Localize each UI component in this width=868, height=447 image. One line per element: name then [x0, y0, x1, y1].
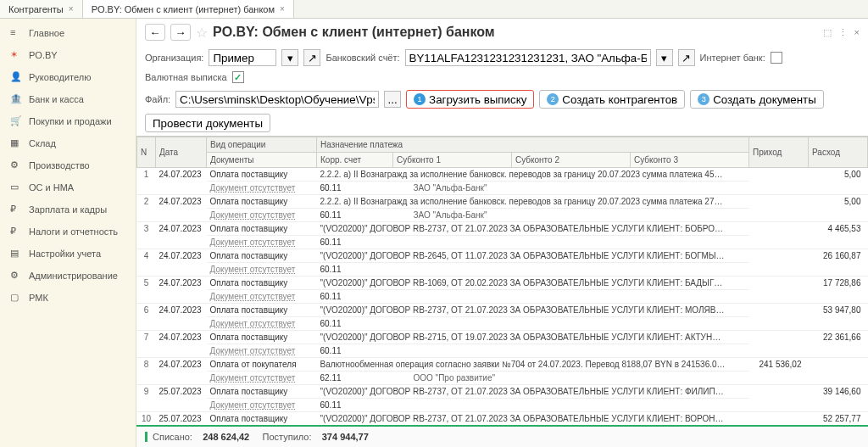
col-sub3[interactable]: Субконто 3 [630, 153, 748, 168]
cell-income [749, 304, 809, 331]
sidebar-item-12[interactable]: ▢РМК [0, 287, 136, 309]
sidebar-item-4[interactable]: 🛒Покупки и продажи [0, 110, 136, 132]
col-acct[interactable]: Корр. счет [317, 153, 393, 168]
close-icon[interactable]: × [69, 4, 74, 14]
org-select-button[interactable]: ▾ [281, 49, 298, 66]
cell-doc[interactable]: Документ отсутствует [207, 290, 317, 304]
col-n[interactable]: N [137, 137, 156, 168]
table-row[interactable]: 5 24.07.2023 Оплата поставщику "(VO20200… [137, 277, 868, 290]
cell-expense: 26 160,87 [809, 249, 868, 277]
bank-select-button[interactable]: ▾ [656, 49, 673, 66]
link-icon[interactable]: ⬚ [823, 27, 832, 38]
sidebar-item-9[interactable]: ₽Налоги и отчетность [0, 221, 136, 243]
step-1-icon: 1 [414, 93, 426, 105]
close-icon[interactable]: × [280, 4, 285, 14]
close-icon[interactable]: × [854, 27, 860, 37]
table-row[interactable]: 7 24.07.2023 Оплата поставщику "(VO20200… [137, 331, 868, 344]
col-docs[interactable]: Документы [207, 153, 317, 168]
col-op[interactable]: Вид операции [207, 137, 317, 153]
assets-icon: ▭ [10, 182, 22, 193]
cell-doc[interactable]: Документ отсутствует [207, 236, 317, 249]
table-row[interactable]: 8 24.07.2023 Оплата от покупателя Валютн… [137, 358, 868, 372]
back-button[interactable]: ← [145, 24, 165, 41]
star-icon: ✶ [10, 49, 22, 61]
cell-income [749, 385, 809, 412]
step-2-icon: 2 [547, 93, 559, 105]
cell-doc[interactable]: Документ отсутствует [207, 182, 317, 195]
cell-date: 25.07.2023 [156, 412, 207, 426]
table-row[interactable]: 10 25.07.2023 Оплата поставщику "(VO2020… [137, 412, 868, 426]
statement-table: N Дата Вид операции Назначение платежа П… [136, 136, 868, 425]
sidebar-item-1[interactable]: ✶PO.BY [0, 44, 136, 66]
table-row[interactable]: 4 24.07.2023 Оплата поставщику "(VO20200… [137, 249, 868, 263]
cell-doc[interactable]: Документ отсутствует [207, 399, 317, 412]
cell-op: Оплата поставщику [207, 249, 317, 263]
forward-button[interactable]: → [170, 24, 191, 41]
col-sub1[interactable]: Субконто 1 [393, 153, 512, 168]
button-label: Загрузить выписку [429, 93, 526, 106]
org-input[interactable] [209, 49, 276, 66]
cell-date: 24.07.2023 [156, 168, 207, 195]
cell-desc: "(VO20200)" ДОГОВОР RB-2715, ОТ 19.07.20… [317, 331, 749, 344]
table-row[interactable]: 1 24.07.2023 Оплата поставщику 2.2.2. а)… [137, 168, 868, 182]
col-date[interactable]: Дата [156, 137, 207, 168]
currency-label: Валютная выписка [145, 72, 227, 82]
sidebar-item-6[interactable]: ⚙Производство [0, 154, 136, 176]
currency-checkbox[interactable] [232, 71, 244, 83]
bank-open-button[interactable]: ↗ [678, 49, 695, 66]
button-label: Создать контрагентов [562, 93, 677, 106]
sidebar-item-7[interactable]: ▭ОС и НМА [0, 176, 136, 198]
col-income[interactable]: Приход [749, 137, 809, 168]
cell-acct: 60.11 [317, 344, 393, 358]
menu-icon: ≡ [10, 27, 22, 39]
table-row[interactable]: 2 24.07.2023 Оплата поставщику 2.2.2. а)… [137, 195, 868, 209]
cell-date: 24.07.2023 [156, 222, 207, 249]
sidebar-item-11[interactable]: ⚙Администрирование [0, 265, 136, 287]
cell-sub: ЗАО "Альфа-Банк" [393, 182, 749, 195]
footer-totals: Списано: 248 624,42 Поступило: 374 944,7… [136, 425, 868, 447]
sidebar-item-5[interactable]: ▦Склад [0, 132, 136, 154]
more-icon[interactable]: ⋮ [838, 27, 848, 38]
sidebar-item-label: ОС и НМА [29, 182, 74, 193]
cell-doc[interactable]: Документ отсутствует [207, 263, 317, 277]
org-open-button[interactable]: ↗ [303, 49, 320, 66]
sidebar-item-10[interactable]: ▤Настройки учета [0, 243, 136, 265]
cell-doc[interactable]: Документ отсутствует [207, 344, 317, 358]
table-row[interactable]: 6 24.07.2023 Оплата поставщику "(VO20200… [137, 304, 868, 317]
sidebar-item-3[interactable]: 🏦Банк и касса [0, 88, 136, 110]
org-label: Организация: [145, 53, 203, 63]
favorite-icon[interactable]: ☆ [196, 25, 208, 41]
col-expense[interactable]: Расход [809, 137, 868, 168]
create-documents-button[interactable]: 3 Создать документы [690, 90, 824, 109]
col-sub2[interactable]: Субконто 2 [511, 153, 630, 168]
cell-sub [393, 344, 749, 358]
load-statement-button[interactable]: 1 Загрузить выписку [406, 90, 534, 109]
file-browse-button[interactable]: ... [384, 91, 401, 108]
create-contractors-button[interactable]: 2 Создать контрагентов [539, 90, 685, 109]
cell-n: 7 [137, 331, 156, 358]
sidebar-item-2[interactable]: 👤Руководителю [0, 66, 136, 88]
cell-doc[interactable]: Документ отсутствует [207, 317, 317, 331]
sidebar-item-label: Главное [29, 28, 64, 38]
sidebar-item-8[interactable]: ₽Зарплата и кадры [0, 198, 136, 221]
col-purpose[interactable]: Назначение платежа [317, 137, 749, 153]
table-row[interactable]: 3 24.07.2023 Оплата поставщику "(VO20200… [137, 222, 868, 236]
cell-expense: 53 947,80 [809, 304, 868, 331]
rmk-icon: ▢ [10, 292, 22, 304]
cell-op: Оплата от покупателя [207, 358, 317, 372]
tab-contragents[interactable]: Контрагенты × [0, 0, 83, 18]
file-input[interactable] [175, 91, 379, 108]
table-row[interactable]: 9 25.07.2023 Оплата поставщику "(VO20200… [137, 385, 868, 399]
sidebar-item-label: Налоги и отчетность [29, 226, 118, 237]
post-documents-button[interactable]: Провести документы [145, 114, 270, 132]
hr-icon: ₽ [10, 204, 22, 215]
tab-exchange[interactable]: PO.BY: Обмен с клиент (интернет) банком … [83, 0, 294, 18]
bank-account-input[interactable] [405, 49, 651, 66]
received-value: 374 944,77 [322, 432, 369, 442]
tabs-bar: Контрагенты × PO.BY: Обмен с клиент (инт… [0, 0, 868, 19]
cell-doc[interactable]: Документ отсутствует [207, 209, 317, 222]
sidebar-item-0[interactable]: ≡Главное [0, 22, 136, 44]
internet-bank-checkbox[interactable] [771, 52, 782, 64]
cell-op: Оплата поставщику [207, 168, 317, 182]
cell-doc[interactable]: Документ отсутствует [207, 372, 317, 385]
